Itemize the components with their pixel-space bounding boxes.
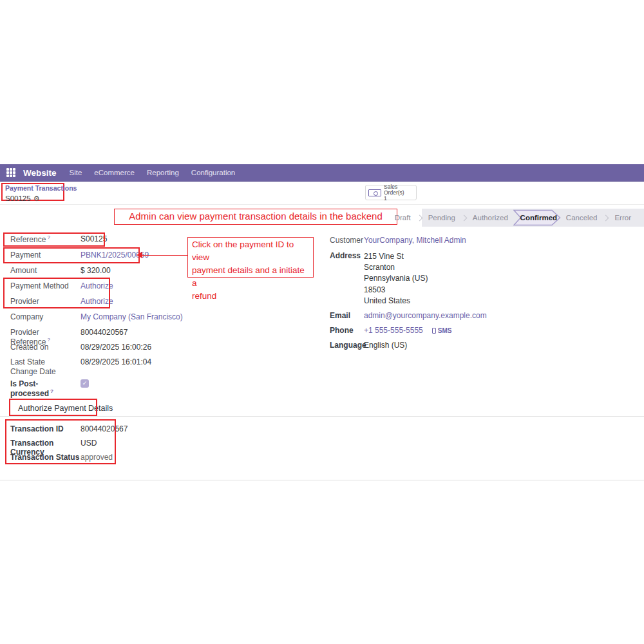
field-label: Language (330, 341, 364, 350)
annotation-note-backend: Admin can view payment transaction detai… (114, 209, 397, 225)
field-value-last-state-change: 08/29/2025 16:01:04 (80, 357, 151, 377)
apps-grid-icon[interactable] (6, 168, 15, 177)
address-line: 215 Vine St (364, 251, 428, 262)
field-value-phone-link[interactable]: +1 555-555-5555 (364, 326, 423, 335)
sales-orders-smart-button[interactable]: Sales Order(s) 1 (365, 185, 417, 200)
status-step-confirmed-label: Confirmed (513, 209, 561, 226)
annotation-arrow-line (142, 255, 187, 256)
address-line: Scranton (364, 262, 428, 273)
field-label: Company (10, 312, 80, 321)
field-label: Payment Method (10, 281, 80, 290)
field-value-created-on: 08/29/2025 16:00:26 (80, 343, 151, 352)
annotation-note-payment-id: Click on the payment ID to view payment … (187, 237, 314, 278)
field-label: Customer (330, 236, 364, 245)
address-line: 18503 (364, 285, 428, 296)
status-step-canceled[interactable]: Canceled (566, 214, 598, 222)
field-value-transaction-id: 80044020567 (80, 424, 128, 433)
send-sms-button[interactable]: SMS (432, 326, 452, 335)
field-value-email-link[interactable]: admin@yourcompany.example.com (364, 311, 487, 320)
menu-site[interactable]: Site (70, 169, 82, 176)
help-icon: ? (47, 337, 50, 343)
field-row-reference: Reference? S00125 (10, 234, 107, 244)
breadcrumb: Payment Transactions S00125⚙ (1, 183, 64, 201)
field-label: Email (330, 311, 364, 320)
sales-orders-label: Sales Order(s) (384, 184, 404, 196)
field-label: Transaction ID (10, 424, 80, 433)
field-label: Provider (10, 297, 80, 306)
field-row-customer: Customer YourCompany, Mitchell Admin (330, 236, 466, 245)
field-label: Amount (10, 266, 80, 275)
tab-divider (0, 416, 644, 417)
field-value-payment-method-link[interactable]: Authorize (80, 281, 113, 290)
status-step-draft[interactable]: Draft (395, 214, 411, 222)
field-label: Address (330, 251, 364, 307)
menu-reporting[interactable]: Reporting (147, 169, 179, 176)
statusbar: Draft Pending Authorized Confirmed Cance… (422, 209, 644, 227)
chevron-right-icon (603, 214, 609, 221)
field-row-email: Email admin@yourcompany.example.com (330, 311, 487, 320)
mobile-phone-icon (432, 328, 436, 334)
field-label: Transaction Status (10, 453, 80, 462)
top-navbar: Website Site eCommerce Reporting Configu… (0, 164, 644, 182)
field-label: Payment (10, 251, 80, 260)
chevron-right-icon (460, 214, 467, 221)
breadcrumb-parent-link[interactable]: Payment Transactions (5, 184, 61, 192)
field-value-language: English (US) (364, 341, 407, 350)
field-label: Last State Change Date (10, 357, 80, 377)
address-block: 215 Vine St Scranton Pennsylvania (US) 1… (364, 251, 428, 307)
annotation-line: Click on the payment ID to view (192, 240, 294, 262)
help-icon: ? (47, 234, 50, 240)
field-row-payment-method: Payment Method Authorize (10, 281, 113, 290)
field-value-company-link[interactable]: My Company (San Francisco) (80, 312, 183, 321)
status-step-confirmed-active[interactable]: Confirmed (513, 209, 561, 226)
help-icon: ? (50, 388, 53, 394)
address-line: Pennsylvania (US) (364, 273, 428, 284)
status-step-authorized[interactable]: Authorized (473, 214, 508, 222)
field-label: Created on (10, 343, 80, 352)
field-label: Reference? (10, 234, 80, 244)
field-row-phone: Phone +1 555-555-5555 SMS (330, 326, 451, 335)
field-row-company: Company My Company (San Francisco) (10, 312, 183, 321)
app-menu-website[interactable]: Website (23, 168, 57, 178)
screen: Website Site eCommerce Reporting Configu… (0, 0, 644, 644)
address-line: United States (364, 296, 428, 307)
annotation-arrow-head (137, 252, 142, 258)
field-label: Is Post-processed? (10, 379, 80, 398)
field-value-provider-link[interactable]: Authorize (80, 297, 113, 306)
field-row-language: Language English (US) (330, 341, 407, 350)
menu-configuration[interactable]: Configuration (191, 169, 235, 176)
chevron-right-icon (416, 214, 422, 221)
banknote-icon (368, 189, 381, 196)
control-panel: Payment Transactions S00125⚙ Sales Order… (0, 182, 644, 205)
is-post-processed-checkbox[interactable]: ✓ (80, 379, 89, 388)
field-value-customer-link[interactable]: YourCompany, Mitchell Admin (364, 236, 466, 245)
field-value-transaction-status: approved (80, 453, 113, 462)
field-label: Phone (330, 326, 364, 335)
status-step-error[interactable]: Error (614, 214, 631, 222)
field-row-address: Address 215 Vine St Scranton Pennsylvani… (330, 251, 428, 307)
sales-orders-count: 1 (384, 195, 387, 202)
field-row-transaction-status: Transaction Status approved (10, 453, 113, 462)
field-row-amount: Amount $ 320.00 (10, 266, 111, 275)
annotation-line: refund (192, 291, 216, 301)
field-row-transaction-id: Transaction ID 80044020567 (10, 424, 128, 433)
sms-label: SMS (438, 327, 452, 334)
status-step-pending[interactable]: Pending (428, 214, 455, 222)
field-value-reference: S00125 (80, 234, 107, 244)
gear-icon[interactable]: ⚙ (33, 194, 40, 203)
field-row-last-state-change: Last State Change Date 08/29/2025 16:01:… (10, 357, 151, 377)
breadcrumb-current: S00125 (5, 194, 31, 203)
field-value-amount: $ 320.00 (80, 266, 111, 275)
field-row-created-on: Created on 08/29/2025 16:00:26 (10, 343, 151, 352)
tab-authorize-payment-details[interactable]: Authorize Payment Details (18, 404, 113, 413)
field-row-provider: Provider Authorize (10, 297, 113, 306)
field-row-payment: Payment PBNK1/2025/00059 (10, 251, 149, 260)
menu-ecommerce[interactable]: eCommerce (94, 169, 135, 176)
field-row-is-post-processed: Is Post-processed? ✓ (10, 379, 89, 398)
